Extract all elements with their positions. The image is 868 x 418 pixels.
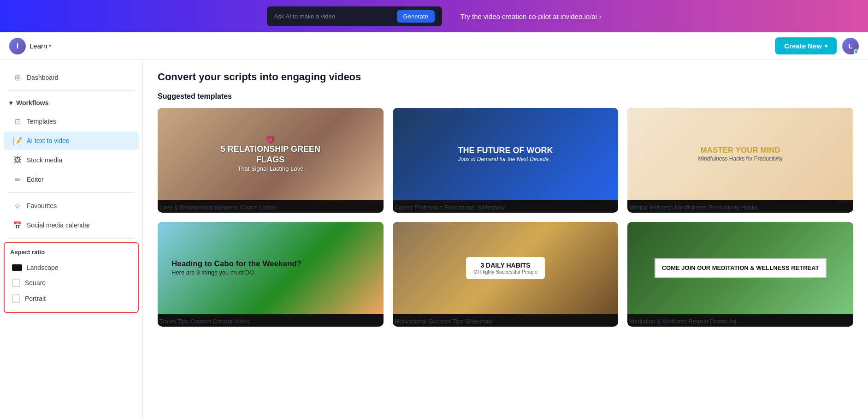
banner-promo-link[interactable]: invideo.io/ai (561, 12, 597, 20)
banner-ai-placeholder: Ask AI to make a video (274, 13, 391, 20)
templates-icon: ⊡ (13, 117, 22, 126)
aspect-ratio-section: Aspect ratio Landscape Square Portrait (4, 242, 139, 313)
aspect-ratio-landscape[interactable]: Landscape (10, 260, 132, 275)
aspect-ratio-portrait-label: Portrait (25, 295, 46, 302)
template-thumb-2: THE FUTURE OF WORK Jobs in Demand for th… (393, 108, 619, 200)
template-label-2: Career Profession Educational Slideshow (393, 200, 619, 213)
sidebar-divider-2 (7, 192, 135, 193)
app-logo: I (9, 38, 26, 54)
section-title: Suggested templates (158, 92, 853, 101)
banner-promo-text: Try the video creation co-pilot at (461, 12, 561, 20)
main-content: Convert your scripts into engaging video… (143, 60, 868, 418)
template-thumb-6: COME JOIN OUR MEDITATION & WELLNESS RETR… (627, 222, 853, 314)
sidebar: ⊞ Dashboard ▾ Workflows ⊡ Templates 📝 AI… (0, 60, 143, 418)
learn-menu[interactable]: Learn ▾ (30, 42, 51, 50)
avatar-online-dot (854, 49, 858, 54)
create-new-arrow: ▾ (825, 43, 827, 49)
portrait-checkbox[interactable] (12, 294, 20, 303)
template-thumb-6-box: COME JOIN OUR MEDITATION & WELLNESS RETR… (655, 258, 827, 278)
header: I Learn ▾ Create New ▾ L (0, 32, 868, 60)
sidebar-dashboard-label: Dashboard (27, 74, 59, 81)
template-card-6[interactable]: COME JOIN OUR MEDITATION & WELLNESS RETR… (627, 222, 853, 327)
square-checkbox[interactable] (12, 279, 20, 287)
aspect-ratio-landscape-label: Landscape (27, 264, 59, 271)
template-label-5: Motivational Success Tips Slideshow (393, 314, 619, 327)
template-thumb-1-text: 💗 5 RELATIONSHIP GREEN FLAGS That Signal… (214, 135, 327, 173)
banner-generate-button[interactable]: Generate (397, 10, 435, 23)
template-label-4: Travel Tips Content Creator Video (158, 314, 384, 327)
template-thumb-4-text: Heading to Cabo for the Weekend? Here ar… (171, 259, 301, 277)
sidebar-stock-media-label: Stock media (27, 156, 62, 164)
template-card-1[interactable]: 💗 5 RELATIONSHIP GREEN FLAGS That Signal… (158, 108, 384, 213)
banner-ai-box: Ask AI to make a video Generate (267, 6, 442, 26)
sidebar-item-editor[interactable]: ✏ Editor (4, 170, 139, 189)
dashboard-icon: ⊞ (13, 73, 22, 82)
top-banner: Ask AI to make a video Generate Try the … (0, 0, 868, 32)
sidebar-editor-label: Editor (27, 176, 44, 183)
template-card-2[interactable]: THE FUTURE OF WORK Jobs in Demand for th… (393, 108, 619, 213)
template-thumb-3-text: MASTER YOUR MIND Mindfulness Hacks for P… (698, 145, 782, 163)
template-label-1: Love & Relationship Wellness Coach Listi… (158, 200, 384, 213)
sidebar-ai-text-label: AI text to video (27, 137, 70, 144)
editor-icon: ✏ (13, 175, 22, 184)
calendar-icon: 📅 (13, 221, 22, 230)
banner-promo: Try the video creation co-pilot at invid… (461, 12, 601, 20)
logo-letter: I (17, 42, 18, 50)
sidebar-favourites-label: Favourites (27, 202, 57, 209)
aspect-ratio-square-label: Square (25, 279, 46, 287)
sidebar-item-favourites[interactable]: ☆ Favourites (4, 197, 139, 215)
aspect-ratio-portrait[interactable]: Portrait (10, 291, 132, 306)
sidebar-workflows-header[interactable]: ▾ Workflows (0, 95, 142, 111)
sidebar-workflows-label: Workflows (16, 99, 49, 107)
landscape-icon (12, 264, 22, 271)
template-label-3: Mental Wellness Mindfulness Productivity… (627, 200, 853, 213)
main-layout: ⊞ Dashboard ▾ Workflows ⊡ Templates 📝 AI… (0, 60, 868, 418)
template-thumb-4: Heading to Cabo for the Weekend? Here ar… (158, 222, 384, 314)
template-grid: 💗 5 RELATIONSHIP GREEN FLAGS That Signal… (158, 108, 853, 327)
template-card-3[interactable]: MASTER YOUR MIND Mindfulness Hacks for P… (627, 108, 853, 213)
aspect-ratio-square[interactable]: Square (10, 275, 132, 291)
create-new-label: Create New (784, 42, 822, 50)
template-card-4[interactable]: Heading to Cabo for the Weekend? Here ar… (158, 222, 384, 327)
learn-chevron: ▾ (49, 43, 51, 48)
stock-media-icon: 🖼 (13, 155, 22, 165)
sidebar-social-media-label: Social media calendar (27, 221, 90, 229)
learn-label: Learn (30, 42, 47, 50)
page-title: Convert your scripts into engaging video… (158, 71, 853, 83)
sidebar-divider-3 (7, 238, 135, 239)
avatar[interactable]: L (842, 38, 859, 54)
workflows-chevron: ▾ (9, 99, 12, 107)
template-thumb-3: MASTER YOUR MIND Mindfulness Hacks for P… (627, 108, 853, 200)
template-thumb-5-box: 3 DAILY HABITS Of Highly Successful Peop… (466, 257, 545, 279)
favourites-icon: ☆ (13, 201, 22, 210)
aspect-ratio-title: Aspect ratio (10, 249, 132, 256)
sidebar-item-dashboard[interactable]: ⊞ Dashboard (4, 68, 139, 87)
template-label-6: Mediation & Wellness Retreat Promo Ad (627, 314, 853, 327)
sidebar-item-ai-text-to-video[interactable]: 📝 AI text to video (4, 131, 139, 150)
ai-text-icon: 📝 (13, 136, 22, 145)
sidebar-templates-label: Templates (27, 118, 56, 125)
template-card-5[interactable]: 3 DAILY HABITS Of Highly Successful Peop… (393, 222, 619, 327)
banner-promo-arrow: › (599, 12, 601, 20)
sidebar-item-social-media-calendar[interactable]: 📅 Social media calendar (4, 216, 139, 234)
template-thumb-1: 💗 5 RELATIONSHIP GREEN FLAGS That Signal… (158, 108, 384, 200)
template-thumb-5: 3 DAILY HABITS Of Highly Successful Peop… (393, 222, 619, 314)
create-new-button[interactable]: Create New ▾ (775, 37, 837, 54)
sidebar-item-templates[interactable]: ⊡ Templates (4, 112, 139, 131)
sidebar-divider-1 (7, 90, 135, 91)
avatar-letter: L (848, 42, 852, 50)
template-thumb-2-text: THE FUTURE OF WORK Jobs in Demand for th… (458, 145, 553, 163)
sidebar-item-stock-media[interactable]: 🖼 Stock media (4, 151, 139, 169)
